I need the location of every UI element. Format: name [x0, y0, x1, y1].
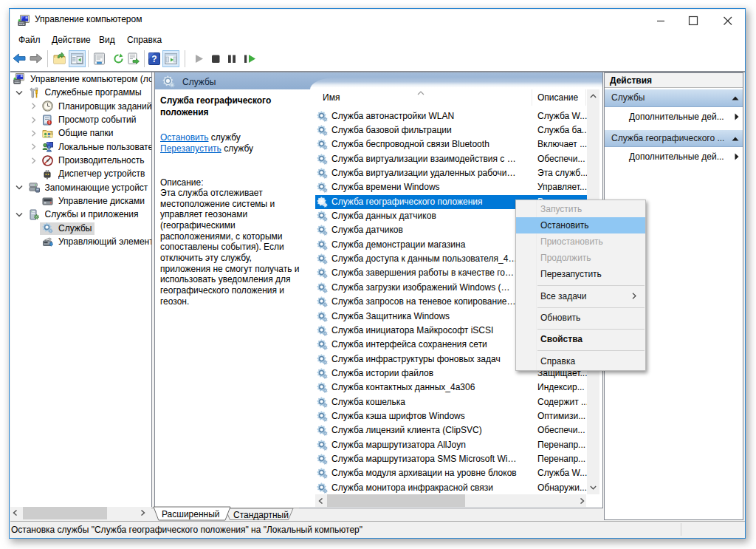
svg-text:22: 22 — [50, 131, 53, 135]
svg-text:?: ? — [151, 54, 157, 64]
